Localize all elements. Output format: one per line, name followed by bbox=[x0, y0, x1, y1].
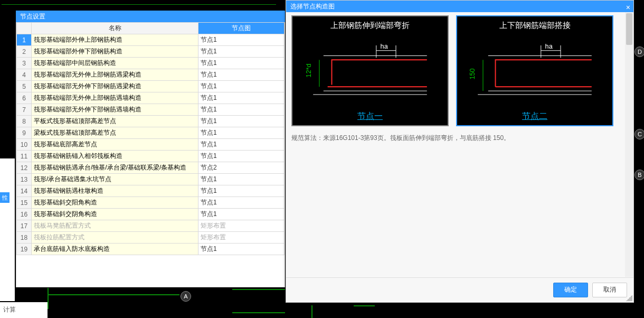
thumb2-link[interactable]: 节点二 bbox=[522, 111, 547, 120]
side-tab[interactable]: 性值 bbox=[0, 192, 10, 203]
row-number[interactable]: 7 bbox=[17, 104, 32, 116]
node-option-2[interactable]: 上下部钢筋端部搭接 ha 150 节点二 bbox=[456, 15, 613, 126]
resize-handle-icon[interactable] bbox=[626, 295, 632, 301]
close-icon[interactable]: × bbox=[626, 2, 630, 13]
row-number[interactable]: 2 bbox=[17, 46, 32, 58]
panel-title[interactable]: 节点设置 bbox=[16, 11, 285, 22]
table-row[interactable]: 8平板式筏形基础顶部高差节点节点1 bbox=[17, 116, 285, 127]
table-row[interactable]: 7筏形基础端部无外伸下部钢筋遇墙构造节点1 bbox=[17, 104, 285, 116]
row-name[interactable]: 筏形/承台基础遇集水坑节点 bbox=[32, 174, 198, 185]
table-row[interactable]: 1筏形基础端部外伸上部钢筋构造节点1 bbox=[17, 34, 285, 46]
row-name[interactable]: 筏形基础钢筋锚入相邻筏板构造 bbox=[32, 151, 198, 162]
thumb1-caption: 上部钢筋伸到端部弯折 bbox=[292, 21, 448, 31]
table-row[interactable]: 5筏形基础端部无外伸下部钢筋遇梁构造节点1 bbox=[17, 81, 285, 92]
row-value[interactable]: 节点1 bbox=[198, 139, 285, 151]
row-value[interactable]: 节点1 bbox=[198, 116, 285, 127]
left-sidebar-strip: 性值 bbox=[0, 158, 15, 301]
row-value[interactable]: 矩形布置 bbox=[198, 232, 285, 244]
row-number[interactable]: 15 bbox=[17, 197, 32, 209]
row-name[interactable]: 平板式筏形基础顶部高差节点 bbox=[32, 116, 198, 127]
row-number[interactable]: 3 bbox=[17, 58, 32, 69]
row-name[interactable]: 梁板式筏形基础顶部高差节点 bbox=[32, 127, 198, 139]
axis-marker-c: C bbox=[634, 129, 644, 139]
row-name[interactable]: 筏形基础端部中间层钢筋构造 bbox=[32, 58, 198, 69]
bottom-label: 计算 bbox=[0, 302, 48, 318]
row-value[interactable]: 节点1 bbox=[198, 244, 285, 255]
row-number[interactable]: 13 bbox=[17, 174, 32, 185]
row-number[interactable]: 8 bbox=[17, 116, 32, 127]
cancel-button[interactable]: 取消 bbox=[592, 283, 627, 297]
node-table[interactable]: 名称 节点图 1筏形基础端部外伸上部钢筋构造节点12筏形基础端部外伸下部钢筋构造… bbox=[16, 22, 285, 255]
row-number[interactable]: 16 bbox=[17, 209, 32, 220]
table-row[interactable]: 2筏形基础端部外伸下部钢筋构造节点1 bbox=[17, 46, 285, 58]
row-value[interactable]: 节点1 bbox=[198, 174, 285, 185]
row-number[interactable]: 12 bbox=[17, 162, 32, 174]
row-number[interactable]: 17 bbox=[17, 220, 32, 232]
col-name[interactable]: 名称 bbox=[32, 23, 198, 34]
table-row[interactable]: 14筏形基础钢筋遇柱墩构造节点1 bbox=[17, 185, 285, 197]
axis-marker-a: A bbox=[181, 291, 191, 302]
row-value[interactable]: 节点1 bbox=[198, 197, 285, 209]
thumb2-caption: 上下部钢筋端部搭接 bbox=[457, 21, 612, 31]
row-number[interactable]: 9 bbox=[17, 127, 32, 139]
row-value[interactable]: 节点1 bbox=[198, 34, 285, 46]
col-node[interactable]: 节点图 bbox=[198, 23, 285, 34]
table-row[interactable]: 3筏形基础端部中间层钢筋构造节点1 bbox=[17, 58, 285, 69]
table-row[interactable]: 19承台底筋锚入防水底板构造节点1 bbox=[17, 244, 285, 255]
row-number[interactable]: 19 bbox=[17, 244, 32, 255]
svg-text:ha: ha bbox=[545, 42, 553, 50]
row-name[interactable]: 筏形基础钢筋遇承台/独基/承台梁/基础联系梁/条基构造 bbox=[32, 162, 198, 174]
row-name[interactable]: 筏形基础斜交阳角构造 bbox=[32, 197, 198, 209]
row-value[interactable]: 节点1 bbox=[198, 46, 285, 58]
node-picker-dialog: 选择节点构造图 × 上部钢筋伸到端部弯折 ha 12*d bbox=[286, 0, 634, 303]
table-row[interactable]: 17筏板马凳筋配置方式矩形布置 bbox=[17, 220, 285, 232]
row-name[interactable]: 筏形基础斜交阴角构造 bbox=[32, 209, 198, 220]
dialog-titlebar[interactable]: 选择节点构造图 × bbox=[286, 1, 633, 12]
table-row[interactable]: 16筏形基础斜交阴角构造节点1 bbox=[17, 209, 285, 220]
row-name[interactable]: 筏形基础端部无外伸上部钢筋遇梁构造 bbox=[32, 69, 198, 81]
row-value[interactable]: 节点1 bbox=[198, 58, 285, 69]
ok-button[interactable]: 确定 bbox=[553, 283, 588, 297]
row-number[interactable]: 14 bbox=[17, 185, 32, 197]
table-row[interactable]: 18筏板拉筋配置方式矩形布置 bbox=[17, 232, 285, 244]
table-row[interactable]: 12筏形基础钢筋遇承台/独基/承台梁/基础联系梁/条基构造节点2 bbox=[17, 162, 285, 174]
row-value[interactable]: 节点1 bbox=[198, 104, 285, 116]
row-number[interactable]: 10 bbox=[17, 139, 32, 151]
row-value[interactable]: 节点1 bbox=[198, 209, 285, 220]
table-row[interactable]: 15筏形基础斜交阳角构造节点1 bbox=[17, 197, 285, 209]
row-value[interactable]: 节点2 bbox=[198, 162, 285, 174]
row-number[interactable]: 18 bbox=[17, 232, 32, 244]
row-name[interactable]: 承台底筋锚入防水底板构造 bbox=[32, 244, 198, 255]
thumb1-link[interactable]: 节点一 bbox=[357, 111, 383, 120]
row-number[interactable]: 6 bbox=[17, 92, 32, 104]
row-number[interactable]: 5 bbox=[17, 81, 32, 92]
row-value[interactable]: 节点1 bbox=[198, 81, 285, 92]
svg-text:150: 150 bbox=[468, 68, 476, 79]
row-value[interactable]: 节点1 bbox=[198, 151, 285, 162]
row-name[interactable]: 筏形基础端部无外伸下部钢筋遇墙构造 bbox=[32, 104, 198, 116]
row-name[interactable]: 筏形基础端部无外伸上部钢筋遇墙构造 bbox=[32, 92, 198, 104]
row-name[interactable]: 筏形基础端部外伸上部钢筋构造 bbox=[32, 34, 198, 46]
row-value[interactable]: 节点1 bbox=[198, 69, 285, 81]
col-rownum bbox=[17, 23, 32, 34]
row-name[interactable]: 筏板马凳筋配置方式 bbox=[32, 220, 198, 232]
row-value[interactable]: 节点1 bbox=[198, 185, 285, 197]
row-name[interactable]: 筏形基础底部高差节点 bbox=[32, 139, 198, 151]
row-value[interactable]: 矩形布置 bbox=[198, 220, 285, 232]
row-name[interactable]: 筏形基础端部外伸下部钢筋构造 bbox=[32, 46, 198, 58]
row-number[interactable]: 11 bbox=[17, 151, 32, 162]
row-value[interactable]: 节点1 bbox=[198, 92, 285, 104]
row-value[interactable]: 节点1 bbox=[198, 127, 285, 139]
row-number[interactable]: 1 bbox=[17, 34, 32, 46]
row-name[interactable]: 筏形基础钢筋遇柱墩构造 bbox=[32, 185, 198, 197]
row-name[interactable]: 筏形基础端部无外伸下部钢筋遇梁构造 bbox=[32, 81, 198, 92]
node-option-1[interactable]: 上部钢筋伸到端部弯折 ha 12*d 节点一 bbox=[291, 15, 449, 126]
table-row[interactable]: 6筏形基础端部无外伸上部钢筋遇墙构造节点1 bbox=[17, 92, 285, 104]
table-row[interactable]: 13筏形/承台基础遇集水坑节点节点1 bbox=[17, 174, 285, 185]
table-row[interactable]: 11筏形基础钢筋锚入相邻筏板构造节点1 bbox=[17, 151, 285, 162]
table-row[interactable]: 4筏形基础端部无外伸上部钢筋遇梁构造节点1 bbox=[17, 69, 285, 81]
row-number[interactable]: 4 bbox=[17, 69, 32, 81]
table-row[interactable]: 10筏形基础底部高差节点节点1 bbox=[17, 139, 285, 151]
table-row[interactable]: 9梁板式筏形基础顶部高差节点节点1 bbox=[17, 127, 285, 139]
row-name[interactable]: 筏板拉筋配置方式 bbox=[32, 232, 198, 244]
